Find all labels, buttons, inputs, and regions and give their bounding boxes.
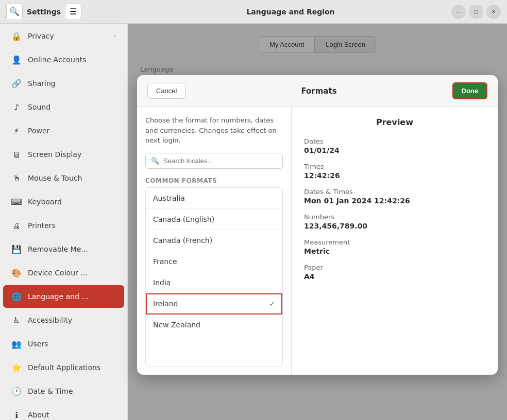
times-label: Times — [304, 163, 485, 170]
preview-dates: Dates 01/01/24 — [304, 137, 485, 154]
app-title: Settings — [27, 8, 61, 16]
cancel-button[interactable]: Cancel — [147, 83, 185, 99]
date-time-icon: 🕐 — [11, 386, 22, 396]
preview-title: Preview — [304, 117, 485, 127]
sidebar-item-label: Default Applications — [28, 363, 100, 372]
sidebar-item-about[interactable]: ℹ About — [3, 404, 124, 420]
sidebar-item-screen-display[interactable]: 🖥 Screen Display — [3, 143, 124, 166]
sidebar-item-printers[interactable]: 🖨 Printers — [3, 214, 124, 237]
sidebar-item-power[interactable]: ⚡ Power — [3, 119, 124, 142]
sidebar-item-device-colour[interactable]: 🎨 Device Colour ... — [3, 261, 124, 284]
sidebar-item-label: Online Accounts — [28, 56, 86, 64]
menu-button[interactable]: ☰ — [65, 4, 81, 20]
search-input[interactable] — [163, 157, 277, 165]
paper-value: A4 — [304, 272, 485, 281]
about-icon: ℹ — [11, 410, 22, 420]
sidebar-item-label: Device Colour ... — [28, 269, 88, 277]
dates-label: Dates — [304, 137, 485, 145]
preview-times: Times 12:42:26 — [304, 163, 485, 180]
measurement-value: Metric — [304, 247, 485, 255]
language-icon: 🌐 — [11, 291, 22, 302]
sidebar-item-default-applications[interactable]: ⭐ Default Applications — [3, 356, 124, 379]
sidebar-item-label: Language and ... — [28, 292, 89, 301]
done-button[interactable]: Done — [452, 82, 488, 99]
online-accounts-icon: 👤 — [11, 55, 22, 65]
measurement-label: Measurement — [304, 238, 485, 246]
preview-numbers: Numbers 123,456,789.00 — [304, 213, 485, 230]
printers-icon: 🖨 — [11, 220, 22, 231]
preview-measurement: Measurement Metric — [304, 238, 485, 255]
sidebar-item-users[interactable]: 👥 Users — [3, 332, 124, 355]
power-icon: ⚡ — [11, 126, 22, 136]
sound-icon: ♪ — [11, 102, 22, 112]
dates-value: 01/01/24 — [304, 146, 485, 154]
accessibility-icon: ♿ — [11, 315, 22, 325]
search-box[interactable]: 🔍 — [145, 153, 283, 169]
sidebar-item-removable-media[interactable]: 💾 Removable Me... — [3, 238, 124, 260]
locale-label: Australia — [153, 194, 185, 202]
search-icon: 🔍 — [151, 157, 159, 165]
checkmark-icon: ✓ — [269, 300, 275, 308]
sidebar-item-keyboard[interactable]: ⌨ Keyboard — [3, 190, 124, 213]
preview-paper: Paper A4 — [304, 264, 485, 281]
sidebar-item-label: Sharing — [28, 79, 56, 87]
close-button[interactable]: ✕ — [486, 5, 501, 19]
sidebar-item-label: About — [28, 411, 49, 419]
preview-dates-times: Dates & Times Mon 01 Jan 2024 12:42:26 — [304, 188, 485, 205]
default-apps-icon: ⭐ — [11, 362, 22, 373]
locale-item-canada-french[interactable]: Canada (French) — [146, 230, 282, 251]
sidebar-item-label: Sound — [28, 103, 50, 111]
dates-times-label: Dates & Times — [304, 188, 485, 196]
sidebar-item-mouse-touch[interactable]: 🖱 Mouse & Touch — [3, 167, 124, 189]
locale-item-india[interactable]: India — [146, 272, 282, 293]
chevron-right-icon: › — [113, 32, 116, 40]
modal-body: Choose the format for numbers, dates and… — [137, 107, 498, 375]
locale-item-canada-english[interactable]: Canada (English) — [146, 209, 282, 230]
numbers-value: 123,456,789.00 — [304, 222, 485, 230]
sidebar-item-privacy[interactable]: 🔒 Privacy › — [3, 25, 124, 47]
sidebar-item-sharing[interactable]: 🔗 Sharing — [3, 72, 124, 95]
sidebar-item-label: Users — [28, 340, 48, 348]
search-icon: 🔍 — [9, 7, 20, 16]
sidebar-item-label: Mouse & Touch — [28, 174, 82, 182]
mouse-icon: 🖱 — [11, 173, 22, 183]
maximize-button[interactable]: □ — [469, 5, 483, 19]
locale-label: Ireland — [153, 300, 178, 308]
locale-item-new-zealand[interactable]: New Zealand — [146, 314, 282, 335]
keyboard-icon: ⌨ — [11, 197, 22, 207]
times-value: 12:42:26 — [304, 171, 485, 180]
modal-left-panel: Choose the format for numbers, dates and… — [137, 107, 292, 375]
sidebar-item-label: Date & Time — [28, 387, 73, 395]
sidebar-item-label: Screen Display — [28, 150, 81, 159]
modal-header: Cancel Formats Done — [137, 75, 498, 107]
locale-item-australia[interactable]: Australia — [146, 188, 282, 209]
sidebar-item-language-region[interactable]: 🌐 Language and ... — [3, 285, 124, 308]
sidebar-item-sound[interactable]: ♪ Sound — [3, 96, 124, 118]
sidebar-item-date-time[interactable]: 🕐 Date & Time — [3, 380, 124, 402]
numbers-label: Numbers — [304, 213, 485, 221]
modal-right-panel: Preview Dates 01/01/24 Times 12:42:26 Da… — [292, 107, 498, 375]
locale-label: Canada (English) — [153, 215, 214, 223]
sidebar-item-online-accounts[interactable]: 👤 Online Accounts — [3, 48, 124, 71]
dates-times-value: Mon 01 Jan 2024 12:42:26 — [304, 197, 485, 205]
sidebar: 🔒 Privacy › 👤 Online Accounts 🔗 Sharing … — [0, 24, 128, 420]
locale-label: New Zealand — [153, 321, 200, 329]
titlebar: 🔍 Settings ☰ Language and Region ─ □ ✕ — [0, 0, 507, 24]
locale-item-france[interactable]: France — [146, 251, 282, 272]
menu-icon: ☰ — [70, 7, 77, 16]
search-button[interactable]: 🔍 — [6, 4, 23, 20]
content-area: 🔒 Privacy › 👤 Online Accounts 🔗 Sharing … — [0, 24, 507, 420]
sidebar-item-label: Removable Me... — [28, 245, 88, 253]
locale-item-ireland[interactable]: Ireland ✓ — [146, 293, 282, 314]
device-colour-icon: 🎨 — [11, 268, 22, 278]
window-controls: ─ □ ✕ — [451, 5, 501, 19]
sidebar-item-label: Accessibility — [28, 316, 72, 324]
locale-label: France — [153, 257, 177, 266]
sidebar-item-accessibility[interactable]: ♿ Accessibility — [3, 309, 124, 331]
minimize-button[interactable]: ─ — [451, 5, 466, 19]
sharing-icon: 🔗 — [11, 78, 22, 89]
modal-description: Choose the format for numbers, dates and… — [145, 115, 283, 146]
screen-display-icon: 🖥 — [11, 149, 22, 160]
formats-modal: Cancel Formats Done Choose the format fo… — [137, 75, 498, 375]
main-panel: My Account Login Screen Language ...king… — [128, 24, 507, 420]
